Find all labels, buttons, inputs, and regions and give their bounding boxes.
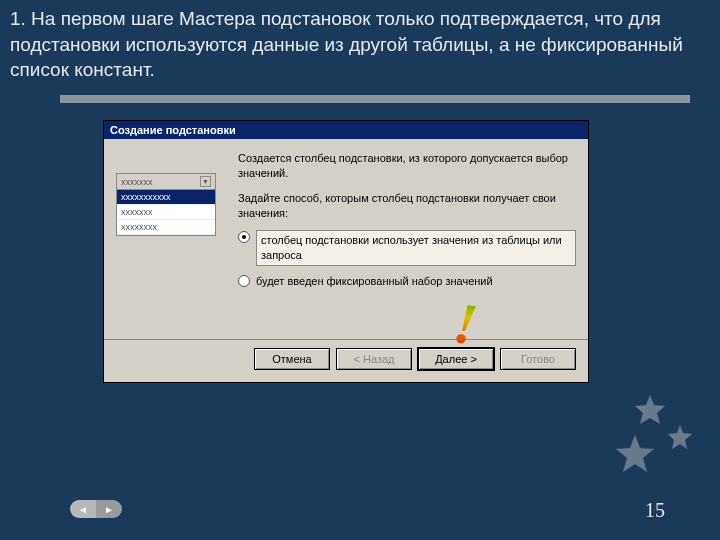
dialog-body: xxxxxxx ▼ xxxxxxxxxxx xxxxxxx xxxxxxxx С… bbox=[104, 139, 588, 339]
combo-head-text: xxxxxxx bbox=[121, 177, 153, 187]
cancel-button[interactable]: Отмена bbox=[254, 348, 330, 370]
intro-text-1: Создается столбец подстановки, из которо… bbox=[238, 151, 576, 181]
dialog-content: Создается столбец подстановки, из которо… bbox=[238, 151, 576, 331]
divider bbox=[60, 95, 690, 103]
radio-option-2[interactable]: будет введен фиксированный набор значени… bbox=[238, 274, 576, 289]
wizard-illustration: xxxxxxx ▼ xxxxxxxxxxx xxxxxxx xxxxxxxx bbox=[116, 151, 226, 331]
dialog-title: Создание подстановки bbox=[110, 124, 236, 136]
back-button: < Назад bbox=[336, 348, 412, 370]
combo-row: xxxxxxxx bbox=[117, 220, 215, 235]
dropdown-arrow-icon: ▼ bbox=[200, 176, 211, 187]
radio-option-1[interactable]: столбец подстановки использует значения … bbox=[238, 230, 576, 266]
combo-row: xxxxxxxxxxx bbox=[117, 190, 215, 205]
combo-row: xxxxxxx bbox=[117, 205, 215, 220]
page-number: 15 bbox=[645, 499, 665, 522]
intro-text-2: Задайте способ, которым столбец подстано… bbox=[238, 191, 576, 221]
pager-next-button[interactable]: ► bbox=[96, 500, 122, 518]
radio-icon[interactable] bbox=[238, 231, 250, 243]
decorative-stars bbox=[540, 380, 700, 500]
dialog-buttons: ! Отмена < Назад Далее > Готово bbox=[104, 339, 588, 382]
radio-label-1: столбец подстановки использует значения … bbox=[256, 230, 576, 266]
radio-icon[interactable] bbox=[238, 275, 250, 287]
pager: ◄ ► bbox=[70, 500, 122, 518]
radio-label-2: будет введен фиксированный набор значени… bbox=[256, 274, 576, 289]
pager-prev-button[interactable]: ◄ bbox=[70, 500, 96, 518]
slide-caption: 1. На первом шаге Мастера подстановок то… bbox=[0, 0, 720, 95]
finish-button: Готово bbox=[500, 348, 576, 370]
dialog-titlebar: Создание подстановки bbox=[104, 121, 588, 139]
wizard-dialog: Создание подстановки xxxxxxx ▼ xxxxxxxxx… bbox=[103, 120, 589, 383]
next-button[interactable]: Далее > bbox=[418, 348, 494, 370]
